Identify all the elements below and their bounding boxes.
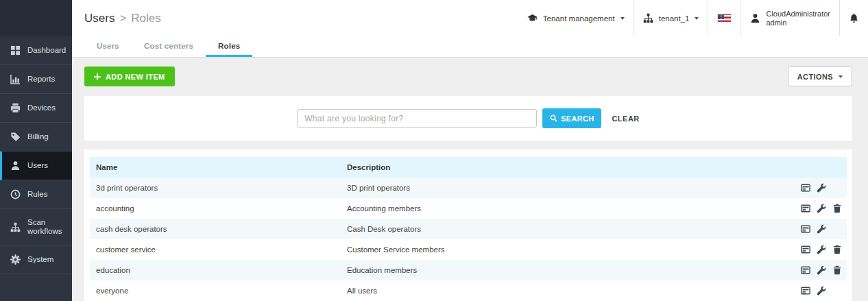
card-icon[interactable] — [801, 183, 810, 193]
topbar-controls: Tenant management tenant_1 CloudAdminist… — [518, 0, 868, 36]
card-icon[interactable] — [801, 224, 810, 234]
actions-button[interactable]: ACTIONS — [788, 67, 852, 86]
chevron-down-icon — [839, 75, 843, 80]
wrench-icon[interactable] — [817, 183, 826, 193]
tab-label: Cost centers — [144, 42, 193, 50]
search-input[interactable] — [297, 109, 537, 128]
search-icon — [550, 115, 557, 122]
sidebar-item-reports[interactable]: Reports — [0, 65, 72, 94]
sidebar-item-label: Billing — [27, 132, 49, 141]
role-description: 3D print operators — [347, 184, 801, 192]
role-description: Education members — [347, 266, 801, 274]
tenant-management-label: Tenant management — [543, 14, 615, 23]
role-description: All users — [347, 287, 801, 295]
table-row[interactable]: everyone All users — [90, 280, 847, 301]
notifications-button[interactable] — [839, 0, 868, 36]
tenant-management-dropdown[interactable]: Tenant management — [518, 0, 634, 36]
clear-button[interactable]: CLEAR — [612, 115, 639, 123]
tag-icon — [10, 132, 21, 142]
sidebar: Dashboard Reports Devices Billing Users … — [0, 0, 72, 301]
role-name: customer service — [90, 245, 347, 254]
role-name: education — [90, 266, 347, 274]
sitemap-icon — [10, 222, 21, 232]
role-description: Accounting members — [347, 204, 801, 213]
sidebar-item-devices[interactable]: Devices — [0, 94, 72, 123]
gear-icon — [10, 254, 21, 265]
toolbar: ADD NEW ITEM ACTIONS — [84, 67, 852, 86]
sidebar-item-dashboard[interactable]: Dashboard — [0, 36, 72, 65]
user-identity: CloudAdministrator admin — [766, 10, 830, 27]
row-actions — [801, 286, 847, 296]
wrench-icon[interactable] — [817, 286, 826, 296]
column-header-description[interactable]: Description — [347, 163, 847, 171]
table-row[interactable]: customer service Customer Service member… — [90, 239, 847, 260]
tab-roles[interactable]: Roles — [206, 36, 252, 57]
tenant-dropdown[interactable]: tenant_1 — [634, 0, 708, 36]
sidebar-item-label: Users — [27, 161, 48, 170]
plus-icon — [94, 73, 101, 80]
delete-icon[interactable] — [832, 245, 842, 254]
language-selector[interactable] — [708, 0, 740, 36]
printer-icon — [10, 103, 21, 113]
sidebar-item-label: Dashboard — [27, 46, 66, 55]
card-icon[interactable] — [801, 286, 810, 296]
sidebar-item-label: Devices — [27, 104, 56, 112]
role-name: everyone — [90, 287, 347, 295]
sitemap-icon — [643, 13, 653, 23]
clock-icon — [10, 189, 21, 200]
role-name: cash desk operators — [90, 225, 347, 233]
user-role: admin — [766, 19, 830, 27]
table-row[interactable]: 3d print operators 3D print operators — [90, 178, 847, 198]
column-header-name[interactable]: Name — [90, 163, 347, 171]
actions-label: ACTIONS — [797, 73, 833, 81]
row-actions — [801, 204, 847, 213]
top-bar: Users > Roles Tenant management tenant_1 — [72, 0, 868, 36]
row-actions — [801, 265, 847, 275]
dashboard-icon — [10, 45, 21, 56]
sidebar-item-system[interactable]: System — [0, 245, 72, 274]
breadcrumb-separator: > — [119, 12, 126, 25]
add-new-item-button[interactable]: ADD NEW ITEM — [84, 67, 175, 86]
search-button[interactable]: SEARCH — [542, 108, 601, 128]
wrench-icon[interactable] — [817, 245, 826, 254]
sidebar-item-billing[interactable]: Billing — [0, 123, 72, 152]
tenant-label: tenant_1 — [659, 14, 690, 23]
table-row[interactable]: cash desk operators Cash Desk operators — [90, 219, 847, 239]
table-row[interactable]: education Education members — [90, 260, 847, 280]
table-body: 3d print operators 3D print operators ac… — [90, 178, 847, 301]
graduation-cap-icon — [527, 13, 538, 23]
role-description: Cash Desk operators — [347, 225, 801, 233]
sidebar-item-label: System — [27, 255, 53, 264]
user-menu[interactable]: CloudAdministrator admin — [740, 0, 839, 36]
wrench-icon[interactable] — [817, 204, 826, 213]
table-header-row: Name Description — [90, 157, 847, 178]
card-icon[interactable] — [801, 204, 810, 213]
sidebar-item-label: Scan workflows — [27, 218, 67, 236]
main-area: Users > Roles Tenant management tenant_1 — [72, 0, 868, 301]
search-button-label: SEARCH — [561, 115, 594, 123]
breadcrumb-section[interactable]: Users — [84, 12, 114, 25]
user-icon — [10, 160, 21, 171]
sidebar-logo-area — [0, 0, 72, 36]
card-icon[interactable] — [801, 245, 810, 254]
sidebar-item-rules[interactable]: Rules — [0, 180, 72, 209]
wrench-icon[interactable] — [817, 265, 826, 275]
search-panel: SEARCH CLEAR — [84, 96, 852, 141]
row-actions — [801, 224, 847, 234]
tab-users[interactable]: Users — [84, 36, 132, 57]
wrench-icon[interactable] — [817, 224, 826, 234]
delete-icon[interactable] — [832, 204, 842, 213]
table-row[interactable]: accounting Accounting members — [90, 198, 847, 219]
user-icon — [750, 13, 760, 23]
delete-icon[interactable] — [832, 265, 842, 275]
roles-table: Name Description 3d print operators 3D p… — [84, 149, 852, 301]
sidebar-item-scan-workflows[interactable]: Scan workflows — [0, 209, 72, 245]
sidebar-item-label: Reports — [27, 75, 55, 84]
user-name: CloudAdministrator — [766, 10, 830, 19]
card-icon[interactable] — [801, 265, 810, 275]
us-flag-icon — [717, 14, 732, 23]
bell-icon — [849, 13, 859, 23]
sidebar-item-users[interactable]: Users — [0, 152, 72, 180]
tab-cost-centers[interactable]: Cost centers — [132, 36, 206, 57]
breadcrumb: Users > Roles — [84, 0, 161, 36]
